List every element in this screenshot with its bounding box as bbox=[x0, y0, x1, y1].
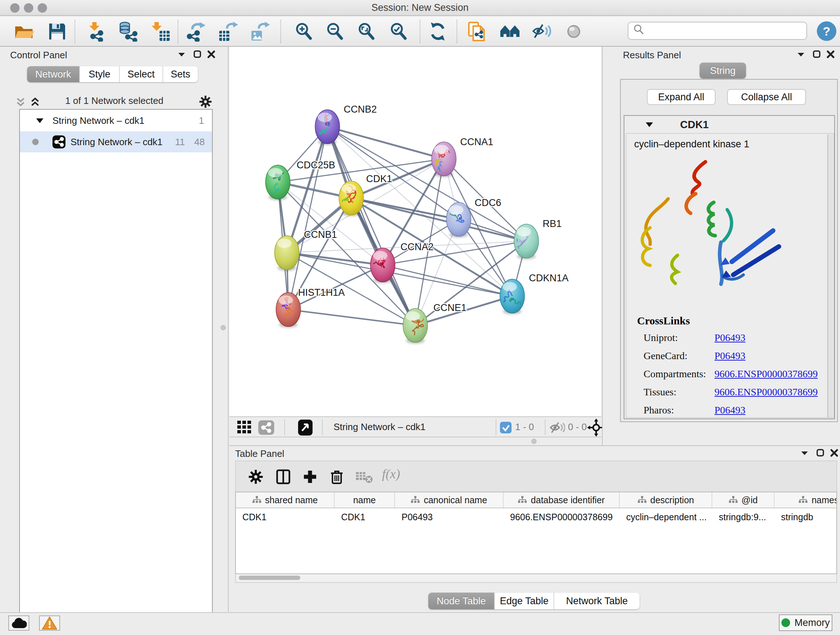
network-edge[interactable] bbox=[288, 310, 415, 325]
tab-string[interactable]: String bbox=[699, 63, 746, 79]
collection-disclosure-icon[interactable] bbox=[35, 116, 44, 125]
delete-table-icon[interactable] bbox=[355, 470, 373, 484]
crosslink-value-link[interactable]: P06493 bbox=[714, 404, 745, 416]
table-cell[interactable]: CDK1 bbox=[335, 509, 395, 525]
tab-network-table[interactable]: Network Table bbox=[554, 593, 639, 609]
memory-button[interactable]: Memory bbox=[779, 614, 832, 631]
expand-all-button[interactable]: Expand All bbox=[647, 89, 715, 105]
help-icon[interactable]: ? bbox=[817, 21, 836, 41]
zoom-fit-icon[interactable] bbox=[356, 21, 377, 42]
table-settings-gear-icon[interactable] bbox=[248, 469, 264, 485]
column-header-id[interactable]: @id bbox=[712, 492, 775, 508]
delete-column-trash-icon[interactable] bbox=[328, 469, 345, 485]
column-header-canonicalname[interactable]: canonical name bbox=[395, 492, 504, 508]
export-network-icon[interactable] bbox=[186, 21, 206, 42]
results-panel-float-button[interactable] bbox=[794, 48, 808, 60]
function-builder-icon[interactable]: f(x) bbox=[382, 466, 400, 481]
save-session-icon[interactable] bbox=[47, 21, 67, 42]
table-cell[interactable]: stringdb:9... bbox=[712, 509, 775, 525]
network-node-ccna1[interactable] bbox=[431, 142, 456, 177]
clone-network-icon[interactable] bbox=[467, 21, 487, 42]
zoom-in-icon[interactable] bbox=[294, 21, 314, 42]
network-node-rb1[interactable] bbox=[512, 224, 538, 259]
detach-view-icon[interactable] bbox=[298, 420, 313, 435]
collapse-all-button[interactable]: Collapse All bbox=[727, 89, 806, 105]
network-node-cdc6[interactable] bbox=[445, 203, 471, 238]
column-header-description[interactable]: description bbox=[620, 492, 712, 508]
table-panel-float-button[interactable] bbox=[797, 447, 812, 459]
selected-checkbox-icon[interactable] bbox=[500, 422, 512, 433]
scrollbar-thumb[interactable] bbox=[239, 576, 300, 580]
control-panel-float-button[interactable] bbox=[174, 48, 189, 60]
results-vertical-scrollbar[interactable] bbox=[827, 134, 833, 417]
import-table-icon[interactable] bbox=[150, 21, 171, 42]
tab-node-table[interactable]: Node Table bbox=[428, 593, 495, 609]
network-node-ccnb1[interactable] bbox=[275, 236, 299, 271]
cloud-button[interactable] bbox=[8, 616, 29, 631]
column-header-databaseidentifier[interactable]: database identifier bbox=[504, 492, 620, 508]
control-panel-maximize-button[interactable] bbox=[190, 48, 205, 60]
show-columns-icon[interactable] bbox=[275, 469, 292, 485]
network-node-cdc25b[interactable] bbox=[265, 165, 290, 200]
table-cell[interactable]: P06493 bbox=[395, 509, 504, 525]
share-view-icon[interactable] bbox=[258, 420, 274, 435]
network-node-ccne1[interactable] bbox=[403, 309, 428, 344]
network-node-cdk1[interactable] bbox=[339, 181, 363, 216]
network-node-cdkn1a[interactable] bbox=[500, 279, 524, 314]
table-cell[interactable]: stringdb bbox=[775, 509, 837, 525]
hide-unhide-icon[interactable] bbox=[532, 21, 553, 42]
hidden-eye-icon[interactable] bbox=[550, 421, 565, 434]
import-network-icon[interactable] bbox=[87, 21, 107, 42]
string-homes-icon[interactable] bbox=[500, 21, 520, 42]
entry-disclosure-icon[interactable] bbox=[645, 120, 654, 129]
network-edge[interactable] bbox=[351, 159, 444, 198]
column-header-name[interactable]: name bbox=[335, 492, 395, 508]
tab-style[interactable]: Style bbox=[80, 66, 120, 82]
import-database-icon[interactable] bbox=[118, 21, 139, 42]
table-panel-close-button[interactable] bbox=[827, 447, 840, 459]
network-edge[interactable] bbox=[383, 265, 512, 296]
export-image-icon[interactable] bbox=[249, 21, 270, 42]
table-cell[interactable]: CDK1 bbox=[236, 509, 335, 525]
tab-sets[interactable]: Sets bbox=[163, 66, 198, 82]
column-header-namespace[interactable]: namespace bbox=[775, 492, 837, 508]
refresh-icon[interactable] bbox=[428, 21, 448, 42]
network-row[interactable]: String Network – cdk1 11 48 bbox=[20, 131, 212, 152]
network-edge[interactable] bbox=[287, 253, 383, 265]
crosslink-value-link[interactable]: 9606.ENSP00000378699 bbox=[714, 368, 818, 380]
network-node-hist1h1a[interactable] bbox=[276, 293, 301, 328]
export-table-icon[interactable] bbox=[218, 21, 238, 42]
results-panel-close-button[interactable] bbox=[823, 48, 838, 60]
network-node-ccnb2[interactable] bbox=[315, 110, 340, 145]
results-panel-maximize-button[interactable] bbox=[810, 48, 824, 60]
birds-eye-icon[interactable] bbox=[564, 21, 584, 42]
left-splitter-handle[interactable] bbox=[221, 325, 226, 330]
add-column-icon[interactable] bbox=[302, 469, 318, 485]
search-field[interactable] bbox=[628, 22, 807, 40]
network-options-gear-icon[interactable] bbox=[198, 95, 213, 109]
crosslink-value-link[interactable]: 9606.ENSP00000378699 bbox=[714, 386, 818, 398]
zoom-selected-icon[interactable] bbox=[388, 21, 409, 42]
network-edge[interactable] bbox=[288, 127, 327, 310]
network-canvas[interactable]: CCNB2CCNA1CDC25BCDK1CDC6RB1CCNB1CCNA2CDK… bbox=[229, 47, 601, 416]
table-cell[interactable]: 9606.ENSP00000378699 bbox=[504, 509, 620, 525]
open-session-icon[interactable] bbox=[14, 21, 34, 42]
tab-select[interactable]: Select bbox=[120, 66, 163, 82]
bottom-splitter-handle[interactable] bbox=[531, 439, 537, 444]
zoom-out-icon[interactable] bbox=[325, 21, 345, 42]
control-panel-close-button[interactable] bbox=[204, 48, 218, 60]
column-header-sharedname[interactable]: shared name bbox=[236, 492, 335, 508]
tab-edge-table[interactable]: Edge Table bbox=[495, 593, 554, 609]
table-cell[interactable]: cyclin–dependent ... bbox=[620, 509, 712, 525]
cdk1-entry-header[interactable]: CDK1 bbox=[624, 116, 834, 133]
table-row[interactable]: CDK1CDK1P064939606.ENSP00000378699cyclin… bbox=[236, 509, 837, 525]
grid-view-icon[interactable] bbox=[237, 420, 253, 435]
table-horizontal-scrollbar[interactable] bbox=[235, 574, 837, 583]
table-panel-maximize-button[interactable] bbox=[813, 447, 828, 459]
network-collection-row[interactable]: String Network – cdk1 1 bbox=[20, 110, 212, 131]
search-input[interactable] bbox=[648, 25, 806, 36]
crosslink-value-link[interactable]: P06493 bbox=[714, 332, 745, 344]
tab-network[interactable]: Network bbox=[27, 66, 80, 82]
network-graph[interactable]: CCNB2CCNA1CDC25BCDK1CDC6RB1CCNB1CCNA2CDK… bbox=[229, 47, 601, 416]
crosslink-value-link[interactable]: P06493 bbox=[714, 350, 745, 362]
